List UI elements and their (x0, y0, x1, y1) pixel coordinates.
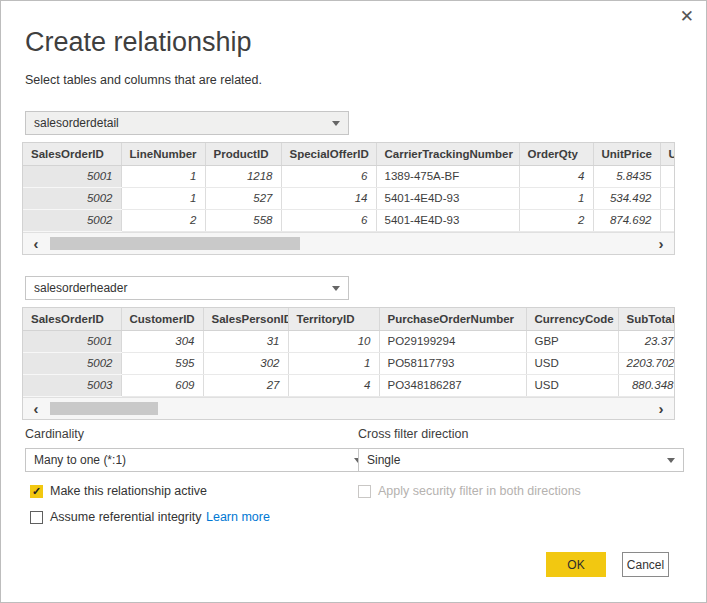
cross-filter-label: Cross filter direction (358, 427, 468, 441)
table1-col-header[interactable]: OrderQty (519, 143, 593, 165)
table-cell[interactable]: 2 (121, 209, 205, 231)
table-cell[interactable]: 1218 (205, 165, 281, 187)
table-cell[interactable]: 5401-4E4D-93 (376, 209, 519, 231)
close-icon[interactable]: ✕ (680, 8, 694, 25)
cross-filter-value: Single (367, 453, 400, 467)
table-cell[interactable]: 6 (281, 165, 376, 187)
table1-col-header[interactable]: SpecialOfferID (281, 143, 376, 165)
table-cell[interactable]: 1 (519, 187, 593, 209)
table2-clip: SalesOrderID CustomerID SalesPersonID Te… (23, 308, 674, 397)
table-cell[interactable]: 31 (203, 330, 288, 352)
table-cell[interactable]: 2 (519, 209, 593, 231)
table-cell[interactable] (660, 209, 674, 231)
table2-col-header[interactable]: PurchaseOrderNumber (379, 308, 526, 330)
table-cell[interactable]: 880.348 (618, 374, 674, 396)
table-cell[interactable]: 527 (205, 187, 281, 209)
table-cell[interactable]: PO58117793 (379, 352, 526, 374)
table2: SalesOrderID CustomerID SalesPersonID Te… (22, 307, 675, 420)
table-cell[interactable]: 1 (288, 352, 379, 374)
table2-col-header[interactable]: CustomerID (121, 308, 203, 330)
table-row: 5001 304 31 10 PO29199294 GBP 23.37 (23, 330, 674, 352)
table-cell[interactable]: USD (526, 352, 618, 374)
table-cell[interactable]: PO348186287 (379, 374, 526, 396)
table-cell[interactable]: 1 (121, 165, 205, 187)
table-cell[interactable]: 5002 (23, 187, 121, 209)
table1-header-row: SalesOrderID LineNumber ProductID Specia… (23, 143, 674, 165)
table-cell[interactable]: 1 (121, 187, 205, 209)
referential-integrity-checkbox[interactable] (30, 511, 43, 524)
table-cell[interactable]: 23.37 (618, 330, 674, 352)
ok-button[interactable]: OK (546, 552, 606, 577)
cancel-button[interactable]: Cancel (622, 552, 669, 577)
table-cell[interactable]: GBP (526, 330, 618, 352)
table-cell[interactable]: 5002 (23, 209, 121, 231)
table2-col-header[interactable]: SubTotal (618, 308, 674, 330)
table1-col-header[interactable]: UnitPrice (593, 143, 660, 165)
table-cell[interactable]: 5401-4E4D-93 (376, 187, 519, 209)
table-cell[interactable]: 14 (281, 187, 376, 209)
table-cell[interactable] (660, 187, 674, 209)
cross-filter-select[interactable]: Single (358, 448, 684, 472)
table-cell[interactable]: 558 (205, 209, 281, 231)
table-cell[interactable]: 534.492 (593, 187, 660, 209)
table-row: 5002 1 527 14 5401-4E4D-93 1 534.492 (23, 187, 674, 209)
table-cell[interactable]: 2203.702 (618, 352, 674, 374)
table-cell[interactable]: 609 (121, 374, 203, 396)
table-cell[interactable]: 5.8435 (593, 165, 660, 187)
table-cell[interactable]: 4 (519, 165, 593, 187)
cardinality-label: Cardinality (25, 427, 84, 441)
table2-select[interactable]: salesorderheader (25, 276, 349, 300)
security-filter-label: Apply security filter in both directions (378, 484, 581, 498)
table2-header-row: SalesOrderID CustomerID SalesPersonID Te… (23, 308, 674, 330)
scrollbar-thumb[interactable] (50, 402, 158, 415)
table-cell[interactable]: 5001 (23, 330, 121, 352)
table-cell[interactable]: 6 (281, 209, 376, 231)
security-filter-checkbox (358, 485, 371, 498)
table-cell[interactable]: 5003 (23, 374, 121, 396)
table1-horizontal-scrollbar[interactable]: ‹ › (23, 232, 674, 254)
table-row: 5002 595 302 1 PO58117793 USD 2203.702 (23, 352, 674, 374)
table2-horizontal-scrollbar[interactable]: ‹ › (23, 397, 674, 419)
cardinality-value: Many to one (*:1) (34, 453, 126, 467)
table-cell[interactable]: 4 (288, 374, 379, 396)
table2-col-header[interactable]: SalesPersonID (203, 308, 288, 330)
table-cell[interactable]: 304 (121, 330, 203, 352)
table-row: 5003 609 27 4 PO348186287 USD 880.348 (23, 374, 674, 396)
table-row: 5002 2 558 6 5401-4E4D-93 2 874.692 (23, 209, 674, 231)
table1-col-header[interactable]: LineNumber (121, 143, 205, 165)
scroll-left-icon[interactable]: ‹ (25, 233, 47, 254)
table1-col-header[interactable]: CarrierTrackingNumber (376, 143, 519, 165)
make-active-label: Make this relationship active (50, 484, 207, 498)
security-filter-option: Apply security filter in both directions (358, 484, 581, 498)
table-cell[interactable]: PO29199294 (379, 330, 526, 352)
table1-select[interactable]: salesorderdetail (25, 111, 349, 135)
scrollbar-thumb[interactable] (50, 237, 300, 250)
table-row: 5001 1 1218 6 1389-475A-BF 4 5.8435 (23, 165, 674, 187)
table1-col-header[interactable]: U (660, 143, 674, 165)
make-active-checkbox[interactable] (30, 485, 43, 498)
table-cell[interactable]: 5001 (23, 165, 121, 187)
table-cell[interactable] (660, 165, 674, 187)
chevron-down-icon (332, 121, 340, 126)
table-cell[interactable]: 595 (121, 352, 203, 374)
make-active-option: Make this relationship active (30, 484, 207, 498)
learn-more-link[interactable]: Learn more (206, 510, 270, 524)
table-cell[interactable]: 874.692 (593, 209, 660, 231)
table-cell[interactable]: 5002 (23, 352, 121, 374)
chevron-down-icon (332, 286, 340, 291)
table-cell[interactable]: USD (526, 374, 618, 396)
table-cell[interactable]: 1389-475A-BF (376, 165, 519, 187)
scroll-right-icon[interactable]: › (650, 233, 672, 254)
table-cell[interactable]: 302 (203, 352, 288, 374)
table2-col-header[interactable]: SalesOrderID (23, 308, 121, 330)
scroll-left-icon[interactable]: ‹ (25, 398, 47, 419)
table1-select-value: salesorderdetail (34, 116, 119, 130)
cardinality-select[interactable]: Many to one (*:1) (25, 448, 371, 472)
table2-col-header[interactable]: CurrencyCode (526, 308, 618, 330)
table1-col-header[interactable]: ProductID (205, 143, 281, 165)
table-cell[interactable]: 10 (288, 330, 379, 352)
table1-col-header[interactable]: SalesOrderID (23, 143, 121, 165)
table-cell[interactable]: 27 (203, 374, 288, 396)
table2-col-header[interactable]: TerritoryID (288, 308, 379, 330)
scroll-right-icon[interactable]: › (650, 398, 672, 419)
